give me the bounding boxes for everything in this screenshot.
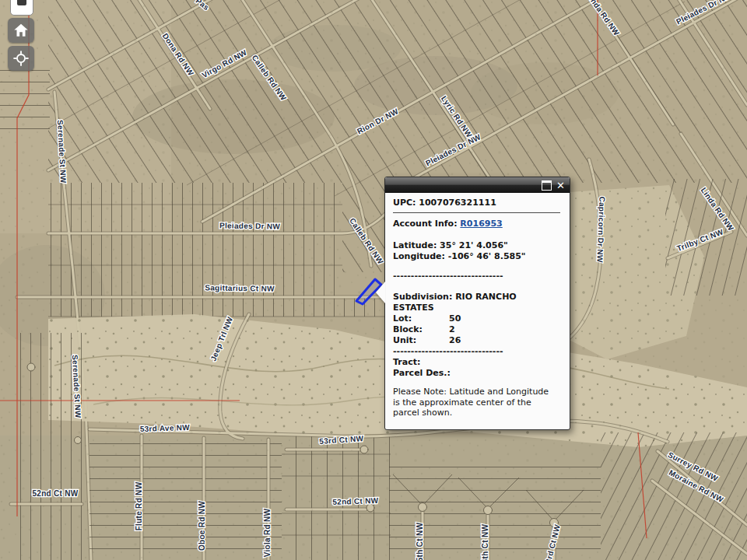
latitude-line: Latitude: 35° 21' 4.056": [393, 240, 560, 251]
home-button[interactable]: [8, 18, 34, 43]
street-label: Sagittarius Ct NW: [205, 283, 275, 293]
dash-divider-2: -------------------------------: [393, 346, 560, 357]
maximize-icon[interactable]: [542, 180, 552, 191]
unit-row: Unit:26: [393, 335, 560, 346]
map-widget-button[interactable]: [10, 0, 33, 16]
popup-body: UPC: 1007076321111 Account Info: R016953…: [385, 193, 570, 429]
street-label: Oboe Rd NW: [198, 501, 206, 551]
dash-divider: -------------------------------: [393, 271, 560, 282]
block-row: Block:2: [393, 324, 560, 335]
account-link[interactable]: R016953: [460, 219, 502, 229]
street-label: 52nd Ct NW: [332, 496, 379, 506]
lot-label: Lot:: [393, 313, 449, 324]
street-label: Pleiades Dr NW: [219, 221, 281, 230]
popup-callout-arrow: [376, 282, 385, 303]
popup-header[interactable]: ✕: [385, 177, 570, 193]
upc-line: UPC: 1007076321111: [393, 198, 560, 208]
parcel-des-line: Parcel Des.:: [393, 368, 560, 379]
block-value: 2: [449, 324, 455, 335]
parcel-info-popup: ✕ UPC: 1007076321111 Account Info: R0169…: [384, 177, 570, 430]
divider-rule: [393, 212, 560, 213]
unit-value: 26: [449, 335, 461, 346]
street-label: 44th Ct NW: [481, 524, 489, 560]
block-label: Block:: [393, 324, 449, 335]
map-canvas[interactable]: PasDona Rd NWVirgo Rd NWCalleb Rd NWRion…: [0, 0, 747, 560]
close-icon[interactable]: ✕: [556, 180, 565, 191]
account-label: Account Info:: [393, 219, 460, 229]
lot-value: 50: [449, 313, 461, 324]
subdivision-line: Subdivision: RIO RANCHO ESTATES: [393, 292, 560, 313]
lot-row: Lot:50: [393, 313, 560, 324]
locate-button[interactable]: [8, 46, 34, 71]
crosshair-icon: [12, 50, 30, 67]
partial-widget-icon: [17, 0, 26, 5]
street-label: 53rd Ave NW: [140, 423, 191, 433]
unit-label: Unit:: [393, 335, 449, 346]
longitude-line: Longitude: -106° 46' 8.585": [393, 251, 560, 262]
map-view: PasDona Rd NWVirgo Rd NWCalleb Rd NWRion…: [0, 0, 747, 560]
street-label: Flute Rd NW: [135, 481, 143, 530]
tract-line: Tract:: [393, 357, 560, 368]
street-label: 52nd Ct NW: [32, 489, 78, 498]
popup-note: Please Note: Latitude and Longitude is t…: [393, 387, 555, 418]
street-label: 45th Ct NW: [416, 523, 424, 560]
account-line: Account Info: R016953: [393, 219, 560, 229]
home-icon: [12, 22, 30, 39]
street-label: Viola Rd NW: [263, 508, 272, 557]
